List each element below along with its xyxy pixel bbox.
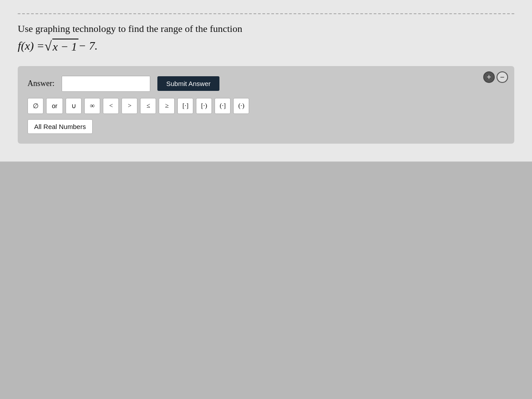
all-real-numbers-button[interactable]: All Real Numbers bbox=[27, 119, 93, 134]
remove-row-button[interactable]: − bbox=[497, 71, 508, 83]
answer-row: Answer: Submit Answer bbox=[27, 76, 505, 92]
formula-minus-seven: − 7. bbox=[78, 39, 98, 53]
closed-interval-button[interactable]: [·] bbox=[177, 98, 193, 114]
less-equal-button[interactable]: ≤ bbox=[140, 98, 156, 114]
right-closed-interval-button[interactable]: (·] bbox=[215, 98, 231, 114]
answer-panel: + − Answer: Submit Answer ∅ or ∪ ∞ < > ≤… bbox=[18, 66, 514, 144]
all-real-numbers-row: All Real Numbers bbox=[27, 119, 505, 134]
empty-set-button[interactable]: ∅ bbox=[27, 98, 43, 114]
answer-input[interactable] bbox=[62, 76, 150, 92]
less-than-button[interactable]: < bbox=[103, 98, 119, 114]
greater-than-button[interactable]: > bbox=[121, 98, 137, 114]
symbol-row: ∅ or ∪ ∞ < > ≤ ≥ [·] [·) (·] (·) bbox=[27, 98, 505, 114]
add-row-button[interactable]: + bbox=[483, 71, 495, 83]
question-formula: f(x) = √ x − 1 − 7. bbox=[18, 39, 514, 54]
formula-fx: f(x) = bbox=[18, 39, 44, 53]
panel-controls: + − bbox=[483, 71, 508, 83]
dashed-divider bbox=[18, 13, 514, 14]
sqrt-symbol: √ bbox=[44, 39, 51, 53]
union-button[interactable]: ∪ bbox=[66, 98, 82, 114]
greater-equal-button[interactable]: ≥ bbox=[159, 98, 175, 114]
open-interval-button[interactable]: (·) bbox=[233, 98, 249, 114]
or-button[interactable]: or bbox=[46, 98, 63, 114]
formula-sqrt: √ x − 1 bbox=[44, 39, 78, 54]
sqrt-content: x − 1 bbox=[52, 39, 78, 54]
left-closed-interval-button[interactable]: [·) bbox=[196, 98, 212, 114]
submit-button[interactable]: Submit Answer bbox=[157, 76, 219, 91]
content-area: Use graphing technology to find the rang… bbox=[0, 0, 532, 162]
question-title: Use graphing technology to find the rang… bbox=[18, 22, 514, 36]
infinity-button[interactable]: ∞ bbox=[84, 98, 100, 114]
answer-label: Answer: bbox=[27, 79, 55, 88]
